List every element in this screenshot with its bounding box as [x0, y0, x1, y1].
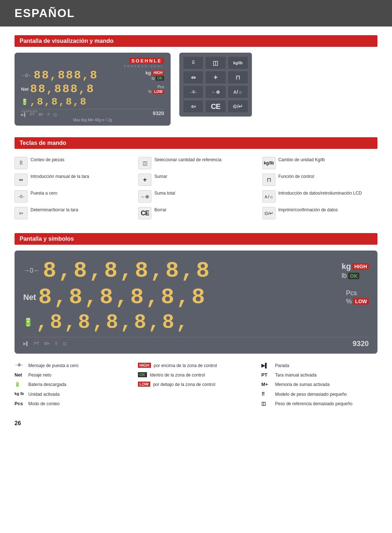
key-lcd[interactable]: ∧/☼	[228, 85, 248, 98]
sym-small-ref: ◫	[261, 401, 272, 406]
keys-col2: ◫ Seleccionar cantidad de referencia + S…	[138, 155, 253, 221]
large-segment-row1: 8,8,8,8,8,8	[43, 258, 339, 284]
key-kglb[interactable]: kg/lb	[228, 56, 248, 69]
sym-kglb: kg lb	[15, 391, 25, 396]
desc-sym-pt: Tara manual activada	[275, 372, 317, 378]
icon-plus: +	[138, 174, 151, 186]
zero-arrow-top: →0←	[21, 73, 32, 78]
key-tara-manual[interactable]: ⇔	[183, 71, 204, 84]
desc-control: Función de control	[278, 174, 314, 179]
desc-suma-total: Suma total	[154, 190, 175, 196]
large-lb: lb	[342, 272, 347, 280]
main-display-unit: SOEHNLE PROFESSIONAL →0← 88,888,8 kg HIG…	[15, 53, 171, 126]
sym-zero: →0←	[15, 363, 25, 367]
page-number: 26	[15, 420, 377, 427]
model-number: 9320	[153, 110, 164, 116]
pt-label: PT	[30, 113, 35, 117]
legend-low: LOW por debajo de la zona de control	[138, 380, 254, 389]
large-kg: kg	[342, 262, 351, 271]
key-ref[interactable]: ◫	[205, 56, 226, 69]
dots-icon: ⠿	[47, 113, 50, 117]
desc-kglb: Cambio de unidad Kg/lb	[278, 157, 325, 163]
large-dots: ⠿	[55, 341, 58, 346]
large-mplus: M+	[44, 341, 50, 346]
symbol-legend: →0← Mensaje de puesta a cero Net Pesaje …	[15, 361, 377, 408]
desc-tara-manual: Introducción manual de la tara	[30, 174, 89, 179]
legend-high: HIGH por encima de la zona de control	[138, 361, 254, 370]
key-plus[interactable]: +	[205, 71, 226, 84]
desc-sym-pcs: Modo de conteo	[28, 401, 60, 407]
section-symbols: Pantalla y símbolos →0← 8,8,8,8,8,8 kg H…	[15, 233, 377, 408]
key-entry-plus: + Sumar	[138, 171, 253, 188]
sym-battery: 🔋	[15, 382, 25, 387]
low-badge: LOW	[153, 89, 164, 94]
desc-sym-small-weight: Modelo de peso demasiado pequeño	[275, 391, 347, 397]
ref-icon: ◫	[53, 113, 57, 117]
key-entry-ce: CE Borrar	[138, 205, 253, 221]
battery-icon: 🔋	[21, 98, 28, 105]
key-entry-print: ⊙/↵ Imprimir/confirmación de datos	[262, 205, 377, 221]
key-ce[interactable]: CE	[205, 100, 226, 113]
large-high-badge: HIGH	[352, 263, 369, 270]
ok-badge: OK	[156, 76, 164, 81]
large-pct: %	[346, 298, 352, 305]
legend-parada: ▶▌ Parada	[261, 361, 377, 370]
large-low-badge: LOW	[353, 298, 369, 305]
sym-small-weight: ⠿	[261, 391, 272, 397]
large-pt: PT	[34, 341, 39, 346]
desc-sym-mplus: Memoria de sumas activada	[275, 382, 330, 387]
legend-col1: →0← Mensaje de puesta a cero Net Pesaje …	[15, 361, 131, 408]
desc-zero: Puesta a cero	[30, 190, 57, 196]
desc-sym-parada: Parada	[275, 363, 289, 369]
large-ref: ◫	[63, 341, 66, 346]
icon-ref: ◫	[138, 157, 151, 169]
section1-header: Pantalla de visualización y mando	[15, 35, 377, 47]
desc-ce: Borrar	[154, 207, 166, 213]
key-control[interactable]: ⊓	[228, 71, 248, 84]
legend-small-weight: ⠿ Modelo de peso demasiado pequeño	[261, 390, 377, 399]
icon-lcd: ∧/☼	[262, 190, 275, 203]
desc-sym-net: Pesaje neto	[28, 372, 51, 378]
sym-ok: OK	[138, 372, 147, 377]
key-entry-tara-det: ⇦ Determinar/borrar la tara	[15, 205, 130, 221]
large-model: 9320	[353, 339, 369, 348]
net-label: Net	[21, 86, 29, 92]
sym-parada: ▶▌	[261, 363, 272, 368]
section-keys: Teclas de mando ⠿ Conteo de piezas ⇔ Int…	[15, 137, 377, 221]
desc-sym-kglb: Unidad activada	[28, 391, 60, 397]
legend-kglb: kg lb Unidad activada	[15, 390, 131, 399]
desc-sym-small-ref: Peso de referencia demasiado pequeño	[275, 401, 352, 407]
icon-ce: CE	[138, 207, 151, 219]
stop-icon: ▶▌	[21, 113, 26, 117]
sym-net: Net	[15, 372, 25, 378]
mplus-label: M+	[38, 113, 44, 117]
large-bottom-bar: ▶▌ PT M+ ⠿ ◫ 9320	[23, 337, 369, 348]
sym-pt: PT	[261, 372, 272, 378]
icon-pieces: ⠿	[15, 157, 28, 169]
keys-table: ⠿ Conteo de piezas ⇔ Introducción manual…	[15, 155, 377, 221]
desc-pieces: Conteo de piezas	[30, 157, 64, 163]
large-zero-arrow: →0←	[23, 267, 40, 274]
key-pieces[interactable]: ⠿	[183, 56, 204, 69]
lb-unit: lb	[151, 76, 155, 81]
legend-pt: PT Tara manual activada	[261, 370, 377, 380]
page-header: ESPAÑOL	[0, 0, 392, 27]
key-entry-kglb: kg/lb Cambio de unidad Kg/lb	[262, 155, 377, 171]
desc-lcd: Introducción de datos/retroiluminación L…	[278, 190, 362, 196]
key-entry-zero: →0← Puesta a cero	[15, 188, 130, 205]
icon-tara-det: ⇦	[15, 207, 28, 219]
segment-row1: 88,888,8	[34, 69, 146, 82]
key-entry-ref: ◫ Seleccionar cantidad de referencia	[138, 155, 253, 171]
desc-sym-low: por debajo de la zona de control	[153, 382, 215, 387]
icon-suma-total: ←⊕	[138, 190, 151, 203]
key-entry-pieces: ⠿ Conteo de piezas	[15, 155, 130, 171]
large-segment-row3: ,8,8,8,8,8,	[36, 311, 369, 334]
key-suma-total[interactable]: ←⊕	[205, 85, 226, 98]
desc-ref: Seleccionar cantidad de referencia	[154, 157, 221, 163]
key-tara-det[interactable]: ⇦	[183, 100, 204, 113]
sym-low: LOW	[138, 382, 150, 387]
key-zero[interactable]: →0←	[183, 85, 204, 98]
legend-pcs: Pcs Modo de conteo	[15, 399, 131, 408]
key-entry-control: ⊓ Función de control	[262, 171, 377, 188]
key-print[interactable]: ⊙/↵	[228, 100, 248, 113]
